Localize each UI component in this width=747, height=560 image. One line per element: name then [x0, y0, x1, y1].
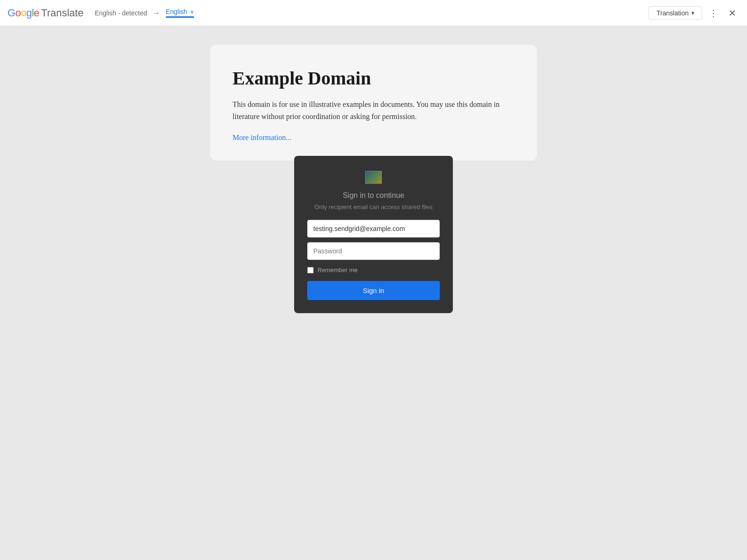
dropdown-chevron-icon: ▾ — [691, 10, 694, 16]
target-language[interactable]: English ∨ — [166, 8, 194, 15]
main-content: Example Domain This domain is for use in… — [0, 26, 747, 560]
signin-button[interactable]: Sign in — [307, 281, 440, 300]
more-information-link[interactable]: More information... — [233, 133, 291, 141]
email-input[interactable] — [307, 220, 440, 238]
signin-subtitle: Only recipient email can access shared f… — [315, 203, 433, 210]
signin-title: Sign in to continue — [343, 191, 404, 200]
more-options-icon[interactable]: ⋮ — [706, 6, 721, 21]
remember-me-checkbox[interactable] — [307, 267, 314, 273]
language-bar: English - detected → English ∨ — [95, 8, 648, 18]
remember-me-row: Remember me — [307, 266, 440, 273]
toolbar-right: Translation ▾ ⋮ ✕ — [648, 6, 740, 21]
password-input[interactable] — [307, 242, 440, 260]
signin-card: Sign in to continue Only recipient email… — [294, 156, 453, 313]
page-description: This domain is for use in illustrative e… — [233, 98, 514, 122]
target-language-wrapper[interactable]: English ∨ — [166, 8, 194, 18]
translate-logo-text: Translate — [41, 7, 84, 19]
arrow-icon: → — [153, 9, 160, 17]
toolbar: Google Translate English - detected → En… — [0, 0, 747, 26]
close-icon[interactable]: ✕ — [725, 6, 740, 21]
page-title: Example Domain — [233, 67, 514, 89]
remember-me-label: Remember me — [317, 266, 358, 273]
source-language: English - detected — [95, 9, 147, 17]
signin-logo-image — [366, 171, 381, 183]
chevron-down-icon: ∨ — [190, 8, 194, 15]
signin-logo — [365, 171, 382, 184]
google-logo-text: Google — [7, 7, 39, 19]
example-domain-card: Example Domain This domain is for use in… — [210, 45, 537, 161]
google-translate-logo: Google Translate — [7, 7, 84, 19]
target-language-underline — [166, 16, 194, 18]
translation-button[interactable]: Translation ▾ — [648, 6, 702, 20]
